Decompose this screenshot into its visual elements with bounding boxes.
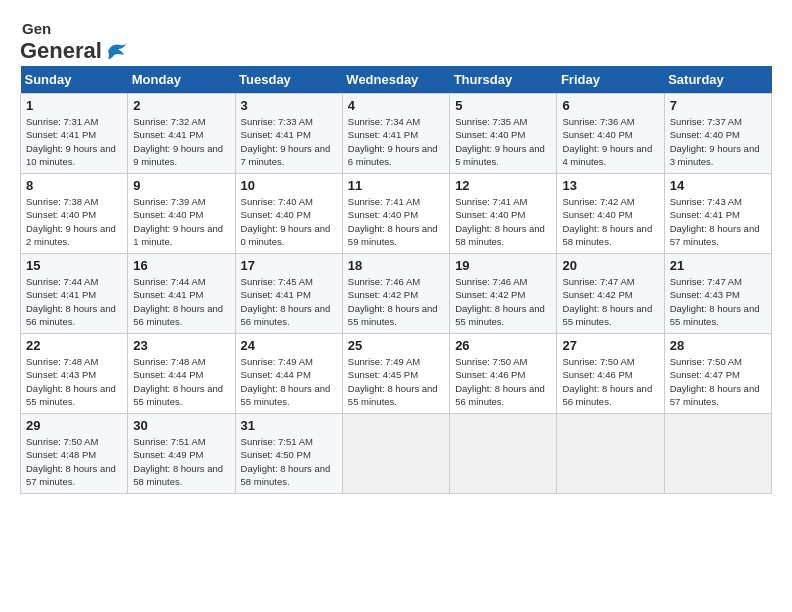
calendar-cell: 18Sunrise: 7:46 AMSunset: 4:42 PMDayligh… [342, 254, 449, 334]
day-info: Sunrise: 7:50 AMSunset: 4:46 PMDaylight:… [455, 356, 545, 407]
calendar-cell: 25Sunrise: 7:49 AMSunset: 4:45 PMDayligh… [342, 334, 449, 414]
day-number: 1 [26, 98, 122, 113]
day-number: 13 [562, 178, 658, 193]
calendar-cell: 11Sunrise: 7:41 AMSunset: 4:40 PMDayligh… [342, 174, 449, 254]
calendar-cell: 9Sunrise: 7:39 AMSunset: 4:40 PMDaylight… [128, 174, 235, 254]
calendar-cell: 20Sunrise: 7:47 AMSunset: 4:42 PMDayligh… [557, 254, 664, 334]
day-info: Sunrise: 7:34 AMSunset: 4:41 PMDaylight:… [348, 116, 438, 167]
col-header-thursday: Thursday [450, 66, 557, 94]
day-info: Sunrise: 7:50 AMSunset: 4:46 PMDaylight:… [562, 356, 652, 407]
day-number: 21 [670, 258, 766, 273]
col-header-tuesday: Tuesday [235, 66, 342, 94]
calendar-cell: 24Sunrise: 7:49 AMSunset: 4:44 PMDayligh… [235, 334, 342, 414]
logo-general: General [20, 38, 102, 64]
calendar-cell: 13Sunrise: 7:42 AMSunset: 4:40 PMDayligh… [557, 174, 664, 254]
day-info: Sunrise: 7:51 AMSunset: 4:50 PMDaylight:… [241, 436, 331, 487]
day-info: Sunrise: 7:50 AMSunset: 4:48 PMDaylight:… [26, 436, 116, 487]
calendar-cell: 27Sunrise: 7:50 AMSunset: 4:46 PMDayligh… [557, 334, 664, 414]
day-number: 19 [455, 258, 551, 273]
day-info: Sunrise: 7:39 AMSunset: 4:40 PMDaylight:… [133, 196, 223, 247]
day-info: Sunrise: 7:47 AMSunset: 4:43 PMDaylight:… [670, 276, 760, 327]
calendar-cell: 5Sunrise: 7:35 AMSunset: 4:40 PMDaylight… [450, 94, 557, 174]
calendar-cell: 2Sunrise: 7:32 AMSunset: 4:41 PMDaylight… [128, 94, 235, 174]
day-number: 26 [455, 338, 551, 353]
calendar-cell [557, 414, 664, 494]
calendar-cell: 6Sunrise: 7:36 AMSunset: 4:40 PMDaylight… [557, 94, 664, 174]
day-number: 9 [133, 178, 229, 193]
calendar-cell: 31Sunrise: 7:51 AMSunset: 4:50 PMDayligh… [235, 414, 342, 494]
calendar-cell: 1Sunrise: 7:31 AMSunset: 4:41 PMDaylight… [21, 94, 128, 174]
day-number: 23 [133, 338, 229, 353]
calendar-cell: 22Sunrise: 7:48 AMSunset: 4:43 PMDayligh… [21, 334, 128, 414]
day-number: 11 [348, 178, 444, 193]
calendar-cell: 3Sunrise: 7:33 AMSunset: 4:41 PMDaylight… [235, 94, 342, 174]
day-number: 25 [348, 338, 444, 353]
day-number: 15 [26, 258, 122, 273]
day-number: 12 [455, 178, 551, 193]
day-number: 27 [562, 338, 658, 353]
day-info: Sunrise: 7:36 AMSunset: 4:40 PMDaylight:… [562, 116, 652, 167]
day-info: Sunrise: 7:43 AMSunset: 4:41 PMDaylight:… [670, 196, 760, 247]
day-info: Sunrise: 7:46 AMSunset: 4:42 PMDaylight:… [455, 276, 545, 327]
calendar-cell: 7Sunrise: 7:37 AMSunset: 4:40 PMDaylight… [664, 94, 771, 174]
day-number: 20 [562, 258, 658, 273]
col-header-saturday: Saturday [664, 66, 771, 94]
col-header-wednesday: Wednesday [342, 66, 449, 94]
day-number: 28 [670, 338, 766, 353]
calendar-cell [664, 414, 771, 494]
day-info: Sunrise: 7:42 AMSunset: 4:40 PMDaylight:… [562, 196, 652, 247]
day-info: Sunrise: 7:37 AMSunset: 4:40 PMDaylight:… [670, 116, 760, 167]
day-number: 18 [348, 258, 444, 273]
day-number: 4 [348, 98, 444, 113]
day-info: Sunrise: 7:44 AMSunset: 4:41 PMDaylight:… [133, 276, 223, 327]
day-info: Sunrise: 7:50 AMSunset: 4:47 PMDaylight:… [670, 356, 760, 407]
calendar-cell: 16Sunrise: 7:44 AMSunset: 4:41 PMDayligh… [128, 254, 235, 334]
calendar-cell: 23Sunrise: 7:48 AMSunset: 4:44 PMDayligh… [128, 334, 235, 414]
svg-text:General: General [22, 20, 52, 37]
calendar-cell: 12Sunrise: 7:41 AMSunset: 4:40 PMDayligh… [450, 174, 557, 254]
calendar-cell: 8Sunrise: 7:38 AMSunset: 4:40 PMDaylight… [21, 174, 128, 254]
day-number: 31 [241, 418, 337, 433]
day-info: Sunrise: 7:33 AMSunset: 4:41 PMDaylight:… [241, 116, 331, 167]
day-info: Sunrise: 7:48 AMSunset: 4:44 PMDaylight:… [133, 356, 223, 407]
logo-icon: General [22, 20, 52, 38]
logo-bird-icon [104, 41, 128, 61]
calendar-cell: 19Sunrise: 7:46 AMSunset: 4:42 PMDayligh… [450, 254, 557, 334]
calendar-cell: 4Sunrise: 7:34 AMSunset: 4:41 PMDaylight… [342, 94, 449, 174]
day-info: Sunrise: 7:48 AMSunset: 4:43 PMDaylight:… [26, 356, 116, 407]
day-number: 14 [670, 178, 766, 193]
day-info: Sunrise: 7:45 AMSunset: 4:41 PMDaylight:… [241, 276, 331, 327]
day-number: 10 [241, 178, 337, 193]
day-info: Sunrise: 7:40 AMSunset: 4:40 PMDaylight:… [241, 196, 331, 247]
day-number: 22 [26, 338, 122, 353]
col-header-sunday: Sunday [21, 66, 128, 94]
day-info: Sunrise: 7:49 AMSunset: 4:44 PMDaylight:… [241, 356, 331, 407]
day-info: Sunrise: 7:41 AMSunset: 4:40 PMDaylight:… [455, 196, 545, 247]
calendar-cell: 29Sunrise: 7:50 AMSunset: 4:48 PMDayligh… [21, 414, 128, 494]
calendar-cell: 28Sunrise: 7:50 AMSunset: 4:47 PMDayligh… [664, 334, 771, 414]
logo: General General [20, 20, 128, 56]
day-number: 16 [133, 258, 229, 273]
day-number: 17 [241, 258, 337, 273]
day-number: 2 [133, 98, 229, 113]
calendar-cell: 15Sunrise: 7:44 AMSunset: 4:41 PMDayligh… [21, 254, 128, 334]
calendar-cell: 10Sunrise: 7:40 AMSunset: 4:40 PMDayligh… [235, 174, 342, 254]
day-info: Sunrise: 7:47 AMSunset: 4:42 PMDaylight:… [562, 276, 652, 327]
day-info: Sunrise: 7:41 AMSunset: 4:40 PMDaylight:… [348, 196, 438, 247]
day-info: Sunrise: 7:31 AMSunset: 4:41 PMDaylight:… [26, 116, 116, 167]
day-info: Sunrise: 7:35 AMSunset: 4:40 PMDaylight:… [455, 116, 545, 167]
day-info: Sunrise: 7:32 AMSunset: 4:41 PMDaylight:… [133, 116, 223, 167]
calendar-cell [342, 414, 449, 494]
day-info: Sunrise: 7:49 AMSunset: 4:45 PMDaylight:… [348, 356, 438, 407]
day-number: 6 [562, 98, 658, 113]
calendar-cell: 14Sunrise: 7:43 AMSunset: 4:41 PMDayligh… [664, 174, 771, 254]
day-number: 7 [670, 98, 766, 113]
day-info: Sunrise: 7:51 AMSunset: 4:49 PMDaylight:… [133, 436, 223, 487]
calendar-cell: 26Sunrise: 7:50 AMSunset: 4:46 PMDayligh… [450, 334, 557, 414]
col-header-friday: Friday [557, 66, 664, 94]
day-number: 30 [133, 418, 229, 433]
page-header: General General [20, 20, 772, 56]
day-number: 3 [241, 98, 337, 113]
day-info: Sunrise: 7:38 AMSunset: 4:40 PMDaylight:… [26, 196, 116, 247]
day-number: 5 [455, 98, 551, 113]
